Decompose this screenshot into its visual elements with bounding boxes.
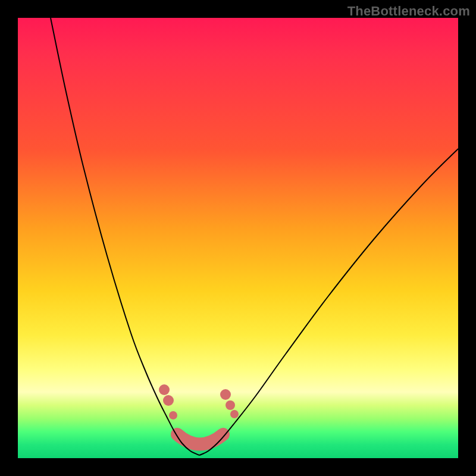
chart-svg bbox=[18, 18, 458, 458]
curve-left-branch bbox=[51, 18, 199, 455]
valley-marker-band bbox=[177, 434, 223, 444]
curve-right-branch bbox=[199, 149, 458, 455]
marker-dot bbox=[169, 411, 177, 419]
marker-dot bbox=[163, 395, 174, 406]
marker-dots bbox=[159, 384, 239, 419]
chart-plot-area bbox=[18, 18, 458, 458]
marker-dot bbox=[226, 400, 235, 410]
watermark-text: TheBottleneck.com bbox=[347, 4, 470, 19]
marker-dot bbox=[230, 410, 239, 418]
marker-dot bbox=[220, 389, 231, 400]
marker-dot bbox=[159, 384, 170, 395]
